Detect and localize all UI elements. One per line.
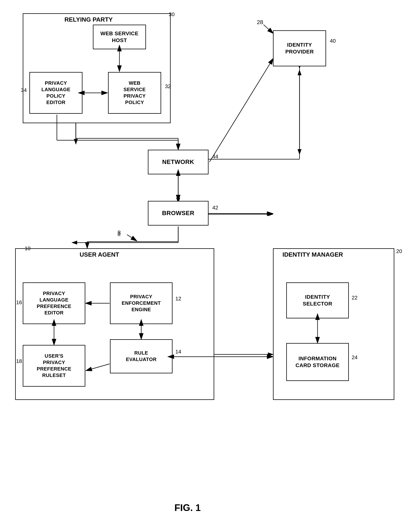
privacy-language-policy-editor-box: PRIVACYLANGUAGEPOLICYEDITOR bbox=[29, 72, 82, 114]
identity-manager-label: IDENTITY MANAGER bbox=[282, 251, 343, 258]
identity-selector-box: IDENTITYSELECTOR bbox=[286, 282, 349, 318]
network-box: NETWORK bbox=[148, 150, 209, 174]
privacy-enforcement-engine-ref: 12 bbox=[175, 296, 181, 302]
browser-box: BROWSER bbox=[148, 201, 209, 226]
user-agent-label: USER AGENT bbox=[80, 251, 119, 258]
information-card-storage-ref: 24 bbox=[352, 354, 358, 360]
diagram: RELYING PARTY 30 WEB SERVICEHOST WEBSERV… bbox=[0, 0, 418, 532]
identity-provider-ref: 40 bbox=[330, 38, 336, 44]
identity-selector-ref: 22 bbox=[352, 295, 358, 301]
identity-manager-ref: 20 bbox=[396, 248, 402, 254]
ref-8-label: 8 bbox=[117, 229, 121, 236]
relying-party-label: RELYING PARTY bbox=[64, 16, 113, 23]
rule-evaluator-ref: 14 bbox=[175, 349, 181, 355]
privacy-language-preference-editor-ref: 16 bbox=[16, 300, 22, 305]
figure-caption: FIG. 1 bbox=[174, 502, 201, 513]
web-service-host-box: WEB SERVICEHOST bbox=[93, 25, 146, 49]
identity-provider-box: IDENTITYPROVIDER bbox=[273, 30, 326, 66]
ref-28-label: 28 bbox=[257, 19, 263, 25]
privacy-enforcement-engine-box: PRIVACYENFORCEMENTENGINE bbox=[110, 282, 173, 324]
privacy-language-policy-editor-ref: 34 bbox=[21, 87, 27, 93]
network-ref: 44 bbox=[212, 153, 218, 160]
information-card-storage-box: INFORMATIONCARD STORAGE bbox=[286, 343, 349, 381]
web-service-privacy-policy-box: WEBSERVICEPRIVACYPOLICY bbox=[108, 72, 161, 114]
users-privacy-preference-ruleset-ref: 18 bbox=[16, 358, 22, 364]
privacy-language-preference-editor-box: PRIVACYLANGUAGEPREFERENCEEDITOR bbox=[23, 282, 85, 324]
user-agent-ref: 10 bbox=[25, 245, 31, 252]
rule-evaluator-box: RULEEVALUATOR bbox=[110, 339, 173, 373]
users-privacy-preference-ruleset-box: USER'SPRIVACYPREFERENCERULESET bbox=[23, 345, 85, 387]
web-service-privacy-policy-ref: 32 bbox=[165, 83, 171, 90]
relying-party-ref: 30 bbox=[169, 11, 174, 17]
browser-ref: 42 bbox=[212, 205, 218, 211]
